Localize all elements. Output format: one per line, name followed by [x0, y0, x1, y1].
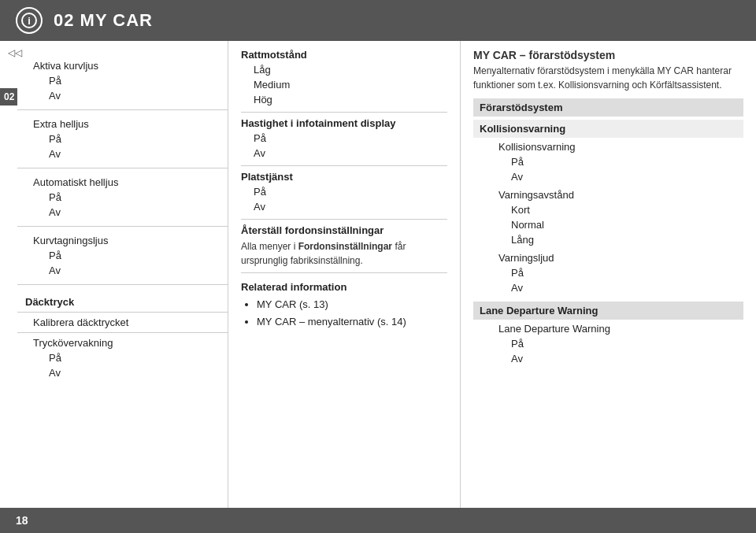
platstjanst-title: Platstjänst: [241, 171, 447, 183]
sidebar-item-kurv: Kurvtagningsljus: [17, 233, 228, 248]
lane-departure-section: Lane Departure Warning På Av: [483, 321, 743, 366]
middle-column: Rattmotstånd Låg Medium Hög Hastighet i …: [228, 41, 461, 508]
reset-title: Återställ fordonsinställningar: [241, 224, 447, 236]
section-hastighet: Hastighet i infotainment display På Av: [241, 117, 447, 161]
right-header-desc: Menyalternativ förarstödsystem i menykäl…: [473, 64, 743, 92]
sidebar-item-tryck: Tryckövervakning: [17, 335, 228, 350]
bar-kollision: Kollisionsvarning: [473, 120, 743, 138]
varningsavstnd-kort[interactable]: Kort: [483, 202, 743, 217]
sidebar-item-kurv-av[interactable]: Av: [17, 263, 228, 278]
sidebar-item-tryck-av[interactable]: Av: [17, 365, 228, 380]
varningsavstnd-normal[interactable]: Normal: [483, 217, 743, 232]
rattmotstnd-hog[interactable]: Hög: [241, 92, 447, 107]
varningsljud-item: Varningsljud: [483, 250, 743, 265]
sidebar-item-kalibrera[interactable]: Kalibrera däcktrycket: [17, 315, 228, 330]
page-header: i 02 MY CAR: [0, 0, 756, 41]
rattmotstnd-lag[interactable]: Låg: [241, 62, 447, 77]
section-rattmotstnd: Rattmotstånd Låg Medium Hög: [241, 49, 447, 107]
kollision-section: Kollisionsvarning På Av Varningsavstånd …: [483, 139, 743, 295]
hastighet-title: Hastighet i infotainment display: [241, 117, 447, 129]
sidebar-item-kurv-pa[interactable]: På: [17, 248, 228, 263]
related-title: Relaterad information: [241, 281, 447, 293]
related-item-2: MY CAR – menyalternativ (s. 14): [257, 313, 447, 331]
sidebar-item-dack: Däcktryck: [17, 291, 228, 309]
nav-back-icon[interactable]: ◁◁: [8, 47, 22, 58]
sidebar-item-aktiva-av[interactable]: Av: [17, 88, 228, 103]
sidebar-section-aktiva: Aktiva kurvljus På Av: [17, 47, 228, 106]
related-list: MY CAR (s. 13) MY CAR – menyalternativ (…: [241, 296, 447, 331]
sidebar-section-auto: Automatiskt helljus På Av: [17, 172, 228, 223]
sidebar-item-extra-av[interactable]: Av: [17, 146, 228, 161]
sidebar-item-aktiva-pa[interactable]: På: [17, 73, 228, 88]
page-number-label: 02: [0, 88, 17, 105]
sidebar-item-extra: Extra helljus: [17, 117, 228, 131]
right-header: MY CAR – förarstödsystem Menyalternativ …: [473, 49, 743, 92]
page-footer: 18: [0, 508, 756, 533]
footer-page-number: 18: [16, 514, 28, 527]
rattmotstnd-medium[interactable]: Medium: [241, 77, 447, 92]
sidebar-section-dack: Däcktryck Kalibrera däcktrycket Trycköve…: [17, 288, 228, 383]
sidebar-section-kurv: Kurvtagningsljus På Av: [17, 230, 228, 281]
related-item-1: MY CAR (s. 13): [257, 296, 447, 313]
varningsljud-pa[interactable]: På: [483, 265, 743, 280]
right-column: MY CAR – förarstödsystem Menyalternativ …: [461, 41, 756, 508]
sidebar-item-tryck-pa[interactable]: På: [17, 350, 228, 365]
kollision-av[interactable]: Av: [483, 169, 743, 184]
sidebar-item-auto-pa[interactable]: På: [17, 190, 228, 205]
page-title: 02 MY CAR: [54, 10, 153, 31]
sidebar-item-auto: Automatiskt helljus: [17, 175, 228, 190]
right-header-title: MY CAR – förarstödsystem: [473, 49, 743, 61]
kollision-item: Kollisionsvarning: [483, 139, 743, 154]
varningsavstnd-lang[interactable]: Lång: [483, 232, 743, 247]
rattmotstnd-title: Rattmotstånd: [241, 49, 447, 61]
hastighet-pa[interactable]: På: [241, 131, 447, 146]
svg-text:i: i: [28, 15, 31, 27]
sidebar: ◁◁ Aktiva kurvljus På Av Extra helljus P…: [0, 41, 228, 508]
varningsavstnd-item: Varningsavstånd: [483, 187, 743, 202]
section-reset: Återställ fordonsinställningar Alla meny…: [241, 224, 447, 268]
varningsljud-av[interactable]: Av: [483, 280, 743, 295]
reset-description: Alla menyer i Fordonsinställningar får u…: [241, 239, 447, 268]
platstjanst-av[interactable]: Av: [241, 199, 447, 214]
platstjanst-pa[interactable]: På: [241, 184, 447, 199]
lane-departure-av[interactable]: Av: [483, 351, 743, 366]
sidebar-item-aktiva: Aktiva kurvljus: [17, 58, 228, 73]
bar-forarstod: Förarstödsystem: [473, 98, 743, 117]
sidebar-section-extra: Extra helljus På Av: [17, 113, 228, 165]
hastighet-av[interactable]: Av: [241, 146, 447, 161]
lane-departure-pa[interactable]: På: [483, 336, 743, 351]
lane-departure-item: Lane Departure Warning: [483, 321, 743, 336]
section-platstjanst: Platstjänst På Av: [241, 171, 447, 214]
sidebar-item-extra-pa[interactable]: På: [17, 131, 228, 146]
section-related: Relaterad information MY CAR (s. 13) MY …: [241, 281, 447, 331]
header-icon: i: [16, 7, 43, 34]
kollision-pa[interactable]: På: [483, 154, 743, 169]
sidebar-item-auto-av[interactable]: Av: [17, 205, 228, 220]
bar-lane-departure: Lane Departure Warning: [473, 302, 743, 320]
